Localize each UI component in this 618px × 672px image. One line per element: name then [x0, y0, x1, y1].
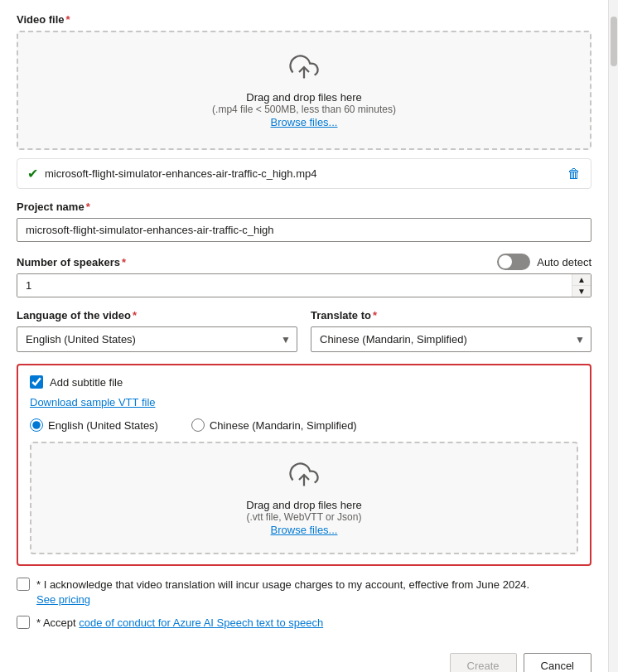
translate-to-label: Translate to*: [311, 309, 591, 321]
auto-detect-row: Auto detect: [497, 254, 591, 270]
speakers-spinner: ▲ ▼: [17, 273, 591, 297]
radio-english-label[interactable]: English (United States): [48, 419, 158, 432]
subtitle-language-radio-row: English (United States) Chinese (Mandari…: [30, 418, 578, 432]
cancel-button[interactable]: Cancel: [524, 653, 591, 672]
conduct-checkbox[interactable]: [17, 616, 30, 629]
download-sample-vtt-link[interactable]: Download sample VTT file: [30, 396, 156, 409]
acknowledge-text: * I acknowledge that video translation w…: [36, 578, 529, 607]
language-video-group: Language of the video* English (United S…: [17, 309, 297, 352]
language-row: Language of the video* English (United S…: [17, 309, 591, 352]
upload-main-text: Drag and drop files here: [31, 91, 577, 104]
add-subtitle-row: Add subtitle file: [30, 375, 578, 389]
language-video-select-wrap: English (United States) Chinese (Mandari…: [17, 326, 297, 352]
subtitle-upload-sub-text: (.vtt file, WebVTT or Json): [45, 511, 563, 523]
auto-detect-label: Auto detect: [537, 256, 591, 268]
subtitle-browse-files-link[interactable]: Browse files...: [271, 524, 338, 536]
language-video-label: Language of the video*: [17, 309, 297, 321]
footer-buttons: Create Cancel: [17, 645, 591, 672]
conduct-link[interactable]: code of conduct for Azure AI Speech text…: [79, 616, 323, 629]
file-delete-button[interactable]: 🗑: [567, 167, 581, 181]
acknowledge-checkbox[interactable]: [17, 578, 30, 591]
create-button[interactable]: Create: [450, 653, 517, 672]
subtitle-section: Add subtitle file Download sample VTT fi…: [17, 364, 591, 566]
project-name-input[interactable]: [17, 218, 591, 242]
radio-chinese-option: Chinese (Mandarin, Simplified): [191, 418, 357, 432]
subtitle-upload-main-text: Drag and drop files here: [45, 499, 563, 511]
scrollbar[interactable]: [608, 0, 618, 672]
spinner-buttons: ▲ ▼: [572, 274, 591, 297]
radio-chinese-input[interactable]: [191, 418, 205, 432]
upload-cloud-icon: [31, 52, 577, 85]
subtitle-upload-zone[interactable]: Drag and drop files here (.vtt file, Web…: [30, 442, 578, 554]
speakers-row: Number of speakers* Auto detect: [17, 254, 591, 270]
spinner-up-button[interactable]: ▲: [572, 274, 591, 285]
file-check-icon: ✔: [27, 166, 38, 181]
upload-sub-text: (.mp4 file < 500MB, less than 60 minutes…: [31, 104, 577, 115]
add-subtitle-label[interactable]: Add subtitle file: [50, 376, 123, 389]
acknowledge-row: * I acknowledge that video translation w…: [17, 578, 591, 607]
radio-english-input[interactable]: [30, 418, 43, 432]
speakers-input[interactable]: [17, 274, 572, 297]
conduct-text: * Accept code of conduct for Azure AI Sp…: [36, 616, 323, 631]
radio-chinese-label[interactable]: Chinese (Mandarin, Simplified): [210, 419, 357, 432]
file-name-text: microsoft-flight-simulator-enhances-air-…: [45, 167, 567, 180]
video-upload-zone[interactable]: Drag and drop files here (.mp4 file < 50…: [17, 31, 591, 150]
speakers-label: Number of speakers*: [17, 256, 497, 268]
toggle-thumb: [499, 255, 512, 268]
translate-to-select-wrap: Chinese (Mandarin, Simplified) English (…: [311, 326, 591, 352]
browse-files-link[interactable]: Browse files...: [271, 116, 338, 128]
video-file-label: Video file*: [17, 13, 591, 26]
auto-detect-toggle[interactable]: [497, 254, 530, 270]
subtitle-upload-cloud-icon: [45, 460, 563, 492]
conduct-row: * Accept code of conduct for Azure AI Sp…: [17, 616, 591, 631]
project-name-label: Project name*: [17, 201, 591, 213]
uploaded-file-item: ✔ microsoft-flight-simulator-enhances-ai…: [17, 158, 591, 189]
spinner-down-button[interactable]: ▼: [572, 285, 591, 297]
add-subtitle-checkbox[interactable]: [30, 375, 43, 389]
radio-english-option: English (United States): [30, 418, 158, 432]
scrollbar-thumb[interactable]: [611, 17, 617, 66]
translate-to-select[interactable]: Chinese (Mandarin, Simplified) English (…: [311, 326, 591, 352]
see-pricing-link[interactable]: See pricing: [36, 593, 90, 606]
language-video-select[interactable]: English (United States) Chinese (Mandari…: [17, 326, 297, 352]
translate-to-group: Translate to* Chinese (Mandarin, Simplif…: [311, 309, 591, 352]
